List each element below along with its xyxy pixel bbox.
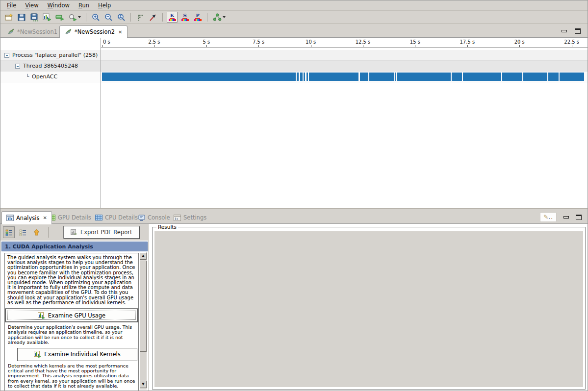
timeline-tree: Process "laplace_parallel" (258) Thread … <box>0 50 101 82</box>
openacc-track[interactable] <box>101 72 588 82</box>
process-view-button[interactable]: P <box>192 12 203 23</box>
view-menu-button[interactable]: ✎.. <box>540 212 557 222</box>
menu-window[interactable]: Window <box>43 1 74 10</box>
zoom-fit-button[interactable] <box>116 12 127 23</box>
analysis-tree-caret-icon[interactable] <box>223 16 226 18</box>
generate-timeline-icon <box>43 13 51 21</box>
openacc-interval[interactable] <box>397 73 451 81</box>
menu-view[interactable]: View <box>21 1 43 10</box>
tab-newsession1[interactable]: *NewSession1 <box>2 25 62 38</box>
tree-row-label: Thread 3865405248 <box>23 63 78 69</box>
save-session-as-button[interactable] <box>29 12 40 23</box>
timeline-ruler[interactable]: 0 s 2.5 s 5 s 7.5 s 10 s 12.5 s 15 s 17.… <box>101 38 588 48</box>
kernel-color-strip-icon <box>169 19 176 21</box>
minimize-icon[interactable] <box>563 216 569 219</box>
process-track[interactable] <box>101 50 588 61</box>
collapse-icon[interactable] <box>15 64 20 69</box>
collapse-icon[interactable] <box>4 53 9 58</box>
analysis-pane: Export PDF Report 1. CUDA Application An… <box>0 224 149 391</box>
unguided-analysis-toggle[interactable] <box>17 226 28 238</box>
openacc-interval[interactable] <box>297 73 299 81</box>
analysis-body: The guided analysis system walks you thr… <box>4 253 139 391</box>
scrollbar-thumb[interactable] <box>140 261 147 352</box>
openacc-interval[interactable] <box>548 73 559 81</box>
timeline-panel: 0 s 2.5 s 5 s 7.5 s 10 s 12.5 s 15 s 17.… <box>0 38 588 208</box>
openacc-interval[interactable] <box>452 73 462 81</box>
tab-analysis[interactable]: Analysis ✕ <box>1 211 52 224</box>
bottom-tab-label: Console <box>148 214 170 221</box>
tree-timeline-divider[interactable] <box>101 38 101 208</box>
timeline-marker-button[interactable] <box>135 12 146 23</box>
guided-analysis-toggle[interactable] <box>3 226 15 238</box>
scroll-down-button[interactable]: ▼ <box>140 381 147 388</box>
kernel-view-icon: K <box>170 13 175 19</box>
openacc-interval[interactable] <box>523 73 547 81</box>
examine-gpu-usage-desc: Determine your application's overall GPU… <box>5 322 138 348</box>
close-icon[interactable]: ✕ <box>43 215 47 220</box>
toolbar-separator <box>162 13 163 22</box>
analysis-intro-text: The guided analysis system walks you thr… <box>5 253 138 308</box>
toolbar-separator <box>130 13 131 22</box>
unguided-list-icon <box>19 229 26 236</box>
tree-row-thread[interactable]: Thread 3865405248 <box>0 61 101 72</box>
openacc-interval[interactable] <box>307 73 308 81</box>
maximize-icon[interactable] <box>576 215 582 220</box>
tree-row-openacc[interactable]: └ OpenACC <box>0 72 101 82</box>
openacc-interval[interactable] <box>309 73 358 81</box>
zoom-out-button[interactable] <box>103 12 114 23</box>
openacc-interval[interactable] <box>560 73 584 81</box>
menu-help[interactable]: Help <box>94 1 115 10</box>
openacc-interval[interactable] <box>463 73 501 81</box>
tree-row-process[interactable]: Process "laplace_parallel" (258) <box>0 50 101 61</box>
pencil-icon: ✎ <box>543 214 548 220</box>
save-session-button[interactable] <box>16 12 27 23</box>
analysis-icon <box>6 215 14 221</box>
openacc-interval[interactable] <box>304 73 305 81</box>
tab-console[interactable]: Console <box>134 211 175 224</box>
settings-icon <box>174 215 181 221</box>
minimize-icon[interactable] <box>562 30 567 32</box>
timeline-flag-icon <box>149 14 157 21</box>
session-icon <box>7 28 15 35</box>
openacc-interval[interactable] <box>102 73 296 81</box>
openacc-interval[interactable] <box>395 73 396 81</box>
openacc-interval[interactable] <box>502 73 522 81</box>
examine-gpu-usage-label: Examine GPU Usage <box>48 312 105 319</box>
results-content <box>154 231 583 387</box>
openacc-interval[interactable] <box>300 73 303 81</box>
tree-row-label: Process "laplace_parallel" (258) <box>12 52 98 58</box>
kernel-view-button[interactable]: K <box>167 12 178 23</box>
close-icon[interactable]: ✕ <box>118 29 122 35</box>
analysis-scrollbar[interactable]: ▲ ▼ <box>140 252 147 390</box>
profile-application-icon <box>69 14 77 21</box>
timeline-view: *NewSession1 *NewSession2 ✕ 0 s 2.5 s 5 … <box>0 24 588 209</box>
new-session-icon <box>5 13 13 21</box>
maximize-icon[interactable] <box>575 28 581 34</box>
openacc-interval[interactable] <box>360 73 368 81</box>
examine-kernels-button[interactable]: Examine Individual Kernels <box>17 348 137 361</box>
profile-application-button[interactable] <box>67 12 82 23</box>
tab-newsession2[interactable]: *NewSession2 ✕ <box>59 25 128 38</box>
zoom-in-button[interactable] <box>90 12 101 23</box>
bottom-window-controls: ✎.. <box>540 212 582 222</box>
examine-gpu-usage-button[interactable]: Examine GPU Usage <box>5 309 138 322</box>
menu-file[interactable]: File <box>2 1 21 10</box>
scroll-up-button[interactable]: ▲ <box>140 252 147 260</box>
stream-view-button[interactable]: S <box>179 12 190 23</box>
openacc-interval[interactable] <box>369 73 394 81</box>
tab-settings[interactable]: Settings <box>169 211 211 224</box>
new-session-button[interactable] <box>3 12 14 23</box>
export-pdf-button[interactable]: Export PDF Report <box>63 226 139 239</box>
profile-dropdown-caret-icon[interactable] <box>78 16 81 18</box>
run-analysis-button[interactable] <box>54 12 65 23</box>
back-up-button[interactable] <box>30 226 42 238</box>
bottom-panel: Analysis ✕ GPU Details CPU Details Conso… <box>0 210 588 391</box>
analysis-tree-button[interactable] <box>211 12 227 23</box>
bottom-content: Export PDF Report 1. CUDA Application An… <box>0 224 588 391</box>
thread-track[interactable] <box>101 61 588 72</box>
timeline-flag-button[interactable] <box>148 12 158 23</box>
zoom-fit-icon <box>117 13 126 22</box>
generate-timeline-button[interactable] <box>42 12 52 23</box>
export-pdf-label: Export PDF Report <box>80 229 132 236</box>
menu-run[interactable]: Run <box>74 1 94 10</box>
